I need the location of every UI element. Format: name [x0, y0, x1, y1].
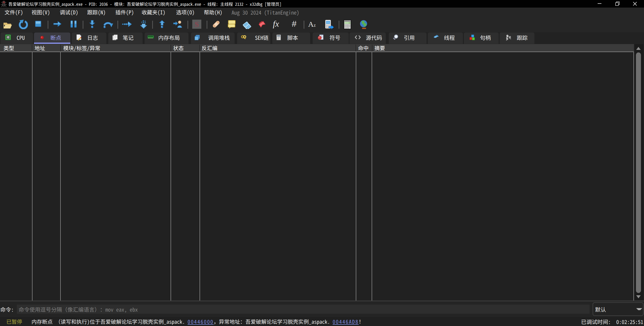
svg-text:S: S	[195, 20, 199, 28]
svg-text:#: #	[292, 20, 297, 28]
svg-text:32: 32	[3, 1, 5, 4]
svg-text:z: z	[314, 23, 316, 28]
svg-text:A: A	[308, 20, 314, 28]
svg-text:fx: fx	[273, 20, 279, 28]
